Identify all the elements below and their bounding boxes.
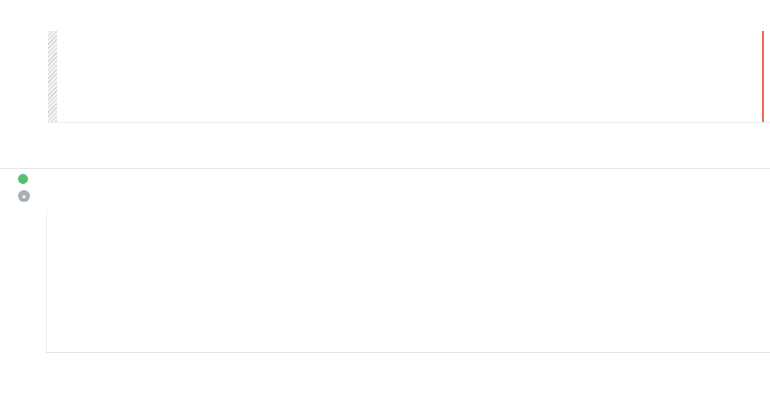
time-end-marker-line [762, 31, 764, 122]
legend-collapse-button[interactable]: ▲ [18, 190, 30, 202]
unique-count-chart-plot [46, 210, 770, 353]
legend-item-unique-count-of-client-ip[interactable] [18, 174, 34, 184]
panel-divider [0, 168, 770, 169]
legend-dot-icon [18, 174, 28, 184]
kibana-dashboard: ▲ [0, 0, 770, 400]
count-histogram-bars [48, 31, 770, 122]
count-histogram-plot [48, 31, 770, 123]
bottom-x-axis-ticks [46, 356, 770, 368]
top-x-axis-ticks [48, 126, 770, 138]
top-y-axis-ticks [0, 31, 47, 122]
chevron-up-icon: ▲ [21, 193, 27, 199]
unique-count-chart-bars [47, 210, 770, 352]
bottom-y-axis-ticks [0, 210, 34, 352]
